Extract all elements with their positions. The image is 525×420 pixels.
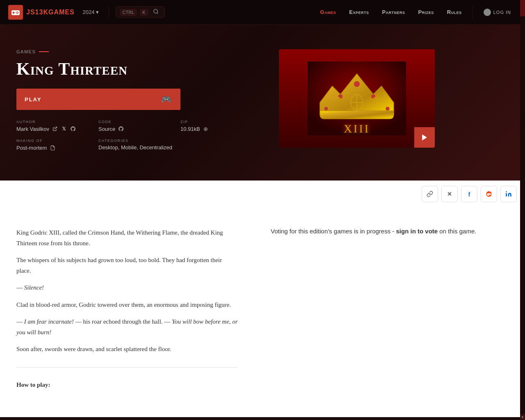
- search-bar[interactable]: CTRL K: [116, 6, 165, 18]
- svg-point-3: [17, 11, 18, 12]
- video-play-button[interactable]: [414, 127, 435, 148]
- svg-point-6: [17, 13, 18, 14]
- breadcrumb: Games: [16, 49, 262, 54]
- play-button[interactable]: PLAY 🎮: [16, 89, 180, 110]
- login-button[interactable]: LOG IN: [478, 6, 517, 18]
- author-github-icon[interactable]: [70, 126, 76, 132]
- svg-line-9: [55, 127, 57, 130]
- code-value: Source: [98, 126, 180, 132]
- meta-zip: ZIP 10.91kB ⊕: [180, 120, 262, 132]
- meta-code: CODE Source: [98, 120, 180, 132]
- author-value: Mark Vasilkov 𝕏: [16, 126, 98, 132]
- sign-in-link[interactable]: sign in to vote: [396, 228, 438, 235]
- nav-link-rules[interactable]: Rules: [441, 7, 468, 18]
- game-title: King Thirteen: [16, 59, 262, 79]
- paragraph-1: King Godric XIII, called the Crimson Han…: [16, 228, 238, 249]
- svg-point-14: [324, 107, 328, 111]
- content-side: Voting for this edition's games is in pr…: [271, 228, 509, 397]
- share-x-button[interactable]: ✕: [441, 186, 458, 202]
- hero-content: Games King Thirteen PLAY 🎮 AUTHOR Mark V…: [16, 49, 262, 151]
- scrollbar-arrow-down[interactable]: ▼: [520, 414, 525, 417]
- how-to-play-heading: How to play:: [16, 380, 238, 390]
- meta-making: MAKING OF Post-mortem: [16, 139, 98, 151]
- controller-icon: 🎮: [161, 94, 172, 104]
- meta-categories: CATEGORIES Desktop, Mobile, Decentralize…: [98, 139, 262, 151]
- svg-point-22: [489, 194, 490, 194]
- nav-separator: [472, 6, 473, 18]
- ctrl-key: CTRL: [120, 9, 137, 16]
- github-login-icon: [484, 9, 491, 16]
- logo-link[interactable]: JS13kGames: [8, 5, 75, 20]
- share-facebook-button[interactable]: f: [461, 186, 477, 202]
- breadcrumb-separator: [39, 51, 49, 52]
- svg-point-21: [488, 194, 488, 194]
- svg-point-5: [16, 12, 16, 13]
- crown-image: XIII: [279, 49, 435, 148]
- search-icon: [153, 9, 159, 16]
- navbar: JS13kGames 2024 ▾ CTRL K Games Experts P…: [0, 0, 525, 25]
- document-icon[interactable]: [49, 144, 56, 151]
- svg-point-11: [354, 81, 360, 87]
- nav-link-experts[interactable]: Experts: [343, 7, 374, 18]
- chevron-down-icon: ▾: [96, 9, 99, 15]
- svg-line-8: [157, 13, 158, 14]
- logo-text: JS13kGames: [26, 9, 75, 16]
- svg-point-4: [18, 12, 18, 13]
- content-divider: [16, 367, 238, 368]
- silence-text: Silence!: [24, 284, 44, 291]
- zip-value: 10.91kB ⊕: [180, 126, 262, 132]
- paragraph-5: — I am fear incarnate! — his roar echoed…: [16, 317, 238, 338]
- svg-point-7: [153, 9, 157, 13]
- nav-link-partners[interactable]: Partners: [376, 7, 411, 18]
- making-value: Post-mortem: [16, 144, 98, 151]
- hero-section: Games King Thirteen PLAY 🎮 AUTHOR Mark V…: [0, 25, 525, 180]
- scrollbar-track: ▲ ▼: [520, 0, 525, 417]
- paragraph-4: Clad in blood-red armor, Godric towered …: [16, 300, 238, 310]
- svg-rect-2: [12, 12, 15, 13]
- game-image: XIII: [279, 49, 435, 148]
- scrollbar-thumb[interactable]: [520, 0, 525, 16]
- paragraph-6: Soon after, swords were drawn, and scarl…: [16, 344, 238, 355]
- paragraph-3: — Silence!: [16, 283, 238, 293]
- svg-point-15: [386, 107, 390, 111]
- categories-value: Desktop, Mobile, Decentralized: [98, 144, 262, 151]
- download-icon[interactable]: ⊕: [203, 126, 209, 132]
- share-reddit-button[interactable]: [481, 186, 497, 202]
- roman-numeral: XIII: [344, 122, 370, 135]
- meta-author: AUTHOR Mark Vasilkov 𝕏: [16, 120, 98, 132]
- nav-links: Games Experts Partners Prizes Rules LOG …: [315, 6, 517, 18]
- paragraph-2: The whispers of his subjects had grown t…: [16, 255, 238, 276]
- nav-divider: [109, 6, 109, 18]
- share-linkedin-button[interactable]: [500, 186, 517, 202]
- year-selector[interactable]: 2024 ▾: [80, 7, 102, 17]
- vote-text: Voting for this edition's games is in pr…: [271, 228, 509, 235]
- k-key: K: [140, 9, 148, 16]
- svg-rect-23: [506, 193, 507, 196]
- content-main: King Godric XIII, called the Crimson Han…: [16, 228, 238, 397]
- logo-icon: [8, 5, 23, 20]
- nav-link-games[interactable]: Games: [315, 7, 342, 18]
- code-github-icon[interactable]: [118, 126, 124, 132]
- external-link-icon[interactable]: [52, 126, 58, 132]
- svg-point-24: [506, 191, 507, 192]
- content-section: King Godric XIII, called the Crimson Han…: [0, 207, 525, 417]
- copy-link-button[interactable]: [422, 186, 438, 202]
- svg-marker-19: [422, 135, 427, 141]
- fear-text: I am fear incarnate!: [24, 318, 74, 325]
- nav-link-prizes[interactable]: Prizes: [413, 7, 440, 18]
- gamepad-icon: [11, 7, 21, 17]
- share-bar: ✕ f: [0, 180, 525, 207]
- meta-grid: AUTHOR Mark Vasilkov 𝕏: [16, 120, 262, 151]
- twitter-x-icon[interactable]: 𝕏: [61, 126, 67, 132]
